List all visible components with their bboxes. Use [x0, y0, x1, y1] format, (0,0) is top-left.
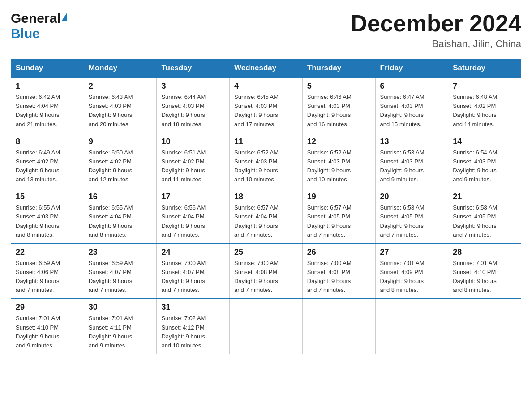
calendar-cell: 23 Sunrise: 6:59 AMSunset: 4:07 PMDaylig… — [84, 244, 157, 299]
calendar-cell: 26 Sunrise: 7:00 AMSunset: 4:08 PMDaylig… — [302, 244, 375, 299]
day-info: Sunrise: 6:54 AMSunset: 4:03 PMDaylight:… — [453, 148, 516, 184]
header-saturday: Saturday — [448, 59, 521, 78]
day-number: 21 — [453, 192, 516, 201]
day-info: Sunrise: 6:48 AMSunset: 4:02 PMDaylight:… — [453, 93, 516, 129]
calendar-cell: 16 Sunrise: 6:55 AMSunset: 4:04 PMDaylig… — [84, 188, 157, 244]
calendar-cell: 27 Sunrise: 7:01 AMSunset: 4:09 PMDaylig… — [375, 244, 448, 299]
day-number: 29 — [16, 303, 79, 312]
day-number: 24 — [161, 248, 225, 257]
day-number: 3 — [161, 81, 225, 91]
calendar-week-5: 29 Sunrise: 7:01 AMSunset: 4:10 PMDaylig… — [11, 299, 521, 354]
day-info: Sunrise: 6:52 AMSunset: 4:03 PMDaylight:… — [234, 148, 298, 184]
calendar-cell: 2 Sunrise: 6:43 AMSunset: 4:03 PMDayligh… — [84, 77, 157, 133]
calendar-week-1: 1 Sunrise: 6:42 AMSunset: 4:04 PMDayligh… — [11, 77, 521, 133]
day-info: Sunrise: 6:59 AMSunset: 4:06 PMDaylight:… — [16, 259, 79, 295]
calendar-cell: 30 Sunrise: 7:01 AMSunset: 4:11 PMDaylig… — [84, 299, 157, 354]
calendar-cell: 11 Sunrise: 6:52 AMSunset: 4:03 PMDaylig… — [230, 133, 303, 188]
day-number: 1 — [16, 81, 79, 91]
calendar-week-4: 22 Sunrise: 6:59 AMSunset: 4:06 PMDaylig… — [11, 244, 521, 299]
header-monday: Monday — [84, 59, 157, 78]
day-info: Sunrise: 6:56 AMSunset: 4:04 PMDaylight:… — [161, 203, 225, 240]
day-number: 5 — [307, 81, 371, 91]
day-number: 12 — [307, 137, 371, 146]
day-number: 7 — [453, 81, 516, 91]
day-number: 22 — [16, 248, 79, 257]
day-info: Sunrise: 6:55 AMSunset: 4:03 PMDaylight:… — [16, 203, 79, 240]
day-number: 9 — [89, 137, 152, 146]
day-info: Sunrise: 7:00 AMSunset: 4:08 PMDaylight:… — [307, 259, 371, 295]
calendar-cell: 29 Sunrise: 7:01 AMSunset: 4:10 PMDaylig… — [11, 299, 84, 354]
calendar-cell: 3 Sunrise: 6:44 AMSunset: 4:03 PMDayligh… — [157, 77, 230, 133]
calendar-header-row: SundayMondayTuesdayWednesdayThursdayFrid… — [11, 59, 521, 78]
day-info: Sunrise: 6:43 AMSunset: 4:03 PMDaylight:… — [89, 93, 152, 129]
day-number: 20 — [380, 192, 444, 201]
day-info: Sunrise: 6:52 AMSunset: 4:03 PMDaylight:… — [307, 148, 371, 184]
calendar-cell: 6 Sunrise: 6:47 AMSunset: 4:03 PMDayligh… — [375, 77, 448, 133]
day-number: 26 — [307, 248, 371, 257]
logo-blue-text: Blue — [11, 26, 40, 41]
day-number: 30 — [89, 303, 152, 312]
calendar-cell: 17 Sunrise: 6:56 AMSunset: 4:04 PMDaylig… — [157, 188, 230, 244]
logo-general-text: General — [11, 11, 61, 26]
header-friday: Friday — [375, 59, 448, 78]
calendar-cell: 18 Sunrise: 6:57 AMSunset: 4:04 PMDaylig… — [230, 188, 303, 244]
day-info: Sunrise: 6:57 AMSunset: 4:05 PMDaylight:… — [307, 203, 371, 240]
calendar-location: Baishan, Jilin, China — [350, 38, 521, 50]
calendar-cell: 1 Sunrise: 6:42 AMSunset: 4:04 PMDayligh… — [11, 77, 84, 133]
calendar-cell: 20 Sunrise: 6:58 AMSunset: 4:05 PMDaylig… — [375, 188, 448, 244]
calendar-cell: 25 Sunrise: 7:00 AMSunset: 4:08 PMDaylig… — [230, 244, 303, 299]
calendar-week-2: 8 Sunrise: 6:49 AMSunset: 4:02 PMDayligh… — [11, 133, 521, 188]
day-number: 8 — [16, 137, 79, 146]
day-info: Sunrise: 6:51 AMSunset: 4:02 PMDaylight:… — [161, 148, 225, 184]
calendar-cell: 31 Sunrise: 7:02 AMSunset: 4:12 PMDaylig… — [157, 299, 230, 354]
day-info: Sunrise: 6:55 AMSunset: 4:04 PMDaylight:… — [89, 203, 152, 240]
logo: General Blue — [11, 11, 67, 41]
day-number: 6 — [380, 81, 444, 91]
calendar-cell: 19 Sunrise: 6:57 AMSunset: 4:05 PMDaylig… — [302, 188, 375, 244]
day-number: 2 — [89, 81, 152, 91]
calendar-cell: 13 Sunrise: 6:53 AMSunset: 4:03 PMDaylig… — [375, 133, 448, 188]
day-info: Sunrise: 6:46 AMSunset: 4:03 PMDaylight:… — [307, 93, 371, 129]
header-sunday: Sunday — [11, 59, 84, 78]
day-info: Sunrise: 7:01 AMSunset: 4:10 PMDaylight:… — [453, 259, 516, 295]
day-number: 27 — [380, 248, 444, 257]
calendar-week-3: 15 Sunrise: 6:55 AMSunset: 4:03 PMDaylig… — [11, 188, 521, 244]
day-info: Sunrise: 6:58 AMSunset: 4:05 PMDaylight:… — [453, 203, 516, 240]
day-info: Sunrise: 7:01 AMSunset: 4:11 PMDaylight:… — [89, 314, 152, 350]
day-number: 13 — [380, 137, 444, 146]
day-info: Sunrise: 6:58 AMSunset: 4:05 PMDaylight:… — [380, 203, 444, 240]
day-number: 18 — [234, 192, 298, 201]
page-header: General Blue December 2024 Baishan, Jili… — [11, 11, 521, 50]
calendar-cell: 4 Sunrise: 6:45 AMSunset: 4:03 PMDayligh… — [230, 77, 303, 133]
day-number: 28 — [453, 248, 516, 257]
calendar-cell: 8 Sunrise: 6:49 AMSunset: 4:02 PMDayligh… — [11, 133, 84, 188]
calendar-cell: 14 Sunrise: 6:54 AMSunset: 4:03 PMDaylig… — [448, 133, 521, 188]
header-wednesday: Wednesday — [230, 59, 303, 78]
day-number: 11 — [234, 137, 298, 146]
header-thursday: Thursday — [302, 59, 375, 78]
day-info: Sunrise: 6:50 AMSunset: 4:02 PMDaylight:… — [89, 148, 152, 184]
day-number: 23 — [89, 248, 152, 257]
day-number: 17 — [161, 192, 225, 201]
calendar-cell: 28 Sunrise: 7:01 AMSunset: 4:10 PMDaylig… — [448, 244, 521, 299]
calendar-cell — [448, 299, 521, 354]
day-number: 16 — [89, 192, 152, 201]
day-number: 15 — [16, 192, 79, 201]
calendar-cell — [302, 299, 375, 354]
day-info: Sunrise: 7:01 AMSunset: 4:10 PMDaylight:… — [16, 314, 79, 350]
calendar-cell: 15 Sunrise: 6:55 AMSunset: 4:03 PMDaylig… — [11, 188, 84, 244]
day-number: 31 — [161, 303, 225, 312]
day-info: Sunrise: 7:02 AMSunset: 4:12 PMDaylight:… — [161, 314, 225, 350]
day-info: Sunrise: 6:44 AMSunset: 4:03 PMDaylight:… — [161, 93, 225, 129]
day-info: Sunrise: 6:53 AMSunset: 4:03 PMDaylight:… — [380, 148, 444, 184]
calendar-cell: 7 Sunrise: 6:48 AMSunset: 4:02 PMDayligh… — [448, 77, 521, 133]
calendar-title: December 2024 — [350, 11, 521, 36]
day-info: Sunrise: 6:45 AMSunset: 4:03 PMDaylight:… — [234, 93, 298, 129]
calendar-cell: 9 Sunrise: 6:50 AMSunset: 4:02 PMDayligh… — [84, 133, 157, 188]
header-tuesday: Tuesday — [157, 59, 230, 78]
day-number: 14 — [453, 137, 516, 146]
day-number: 25 — [234, 248, 298, 257]
day-info: Sunrise: 6:49 AMSunset: 4:02 PMDaylight:… — [16, 148, 79, 184]
day-info: Sunrise: 6:47 AMSunset: 4:03 PMDaylight:… — [380, 93, 444, 129]
day-info: Sunrise: 7:00 AMSunset: 4:08 PMDaylight:… — [234, 259, 298, 295]
